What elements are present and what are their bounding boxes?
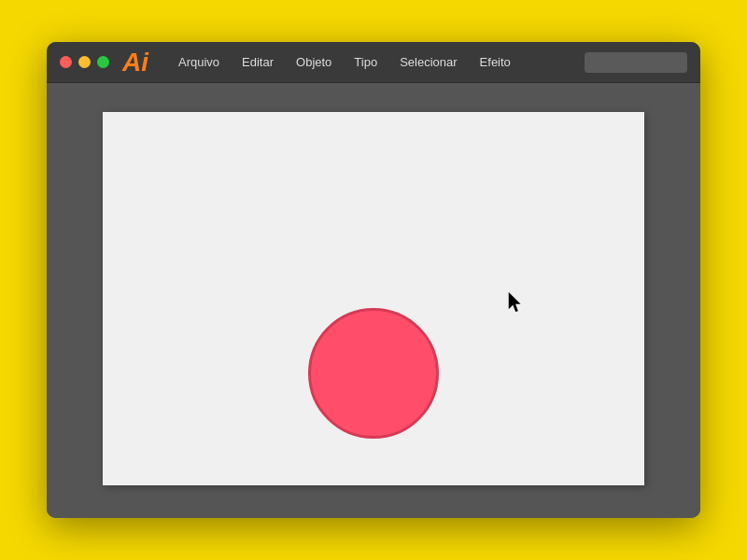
svg-marker-0	[509, 292, 521, 312]
title-bar: Ai Arquivo Editar Objeto Tipo Selecionar…	[47, 42, 700, 83]
artboard	[103, 112, 644, 485]
app-logo: Ai	[122, 49, 148, 76]
traffic-lights	[60, 56, 109, 68]
menu-objeto[interactable]: Objeto	[287, 51, 341, 73]
menu-efeito[interactable]: Efeito	[471, 51, 520, 73]
maximize-button[interactable]	[97, 56, 109, 68]
app-window: Ai Arquivo Editar Objeto Tipo Selecionar…	[47, 42, 700, 518]
close-button[interactable]	[60, 56, 72, 68]
menu-tipo[interactable]: Tipo	[345, 51, 387, 73]
menu-editar[interactable]: Editar	[233, 51, 283, 73]
search-box[interactable]	[585, 52, 687, 73]
cursor-icon	[508, 292, 525, 313]
canvas-area[interactable]	[47, 83, 700, 518]
minimize-button[interactable]	[78, 56, 91, 68]
menu-arquivo[interactable]: Arquivo	[169, 51, 229, 73]
circle-shape[interactable]	[308, 308, 439, 439]
menu-bar: Arquivo Editar Objeto Tipo Selecionar Ef…	[169, 51, 687, 73]
menu-selecionar[interactable]: Selecionar	[390, 51, 466, 73]
